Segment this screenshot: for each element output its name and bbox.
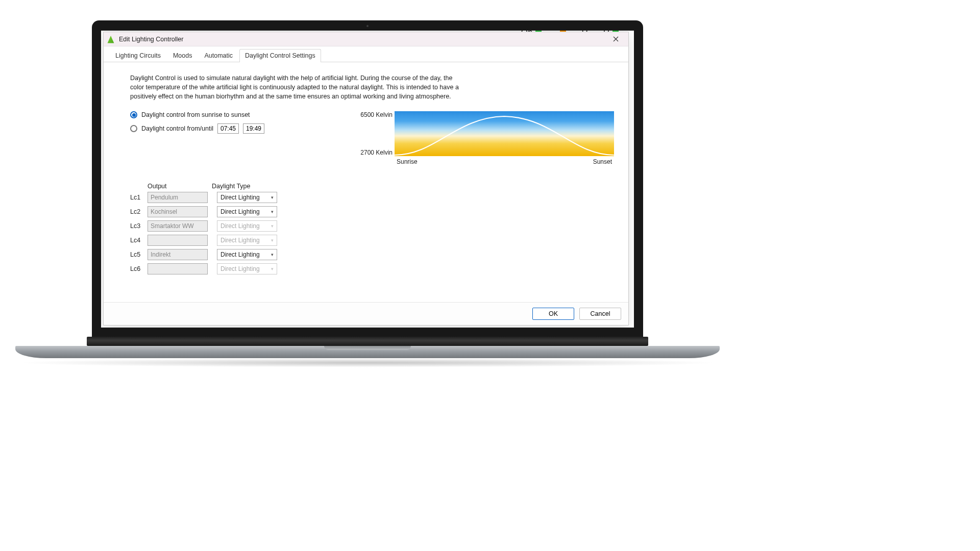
laptop-notch (324, 346, 411, 350)
time-from-input[interactable] (217, 123, 239, 134)
app-icon (107, 35, 115, 43)
output-row: Lc3Direct Lighting▾ (130, 220, 614, 232)
output-row: Lc4Direct Lighting▾ (130, 235, 614, 246)
outputs-table: Output Daylight Type Lc1Direct Lighting▾… (130, 183, 614, 274)
chart-y-labels: 6500 Kelvin 2700 Kelvin (358, 111, 393, 156)
chevron-down-icon: ▾ (271, 223, 274, 229)
edit-lighting-controller-dialog: Edit Lighting Controller Lighting Circui… (103, 32, 629, 325)
tab-lighting-circuits[interactable]: Lighting Circuits (110, 49, 166, 62)
chevron-down-icon: ▾ (271, 209, 274, 214)
radio-from-until-label: Daylight control from/until (141, 125, 213, 132)
kelvin-chart (395, 111, 614, 156)
description-text: Daylight Control is used to simulate nat… (130, 73, 462, 101)
output-row: Lc6Direct Lighting▾ (130, 263, 614, 274)
kelvin-chart-wrap: 6500 Kelvin 2700 Kelvin Sunrise Sunset (395, 111, 614, 165)
radio-sunrise-sunset-label: Daylight control from sunrise to sunset (141, 111, 250, 118)
laptop-camera (366, 25, 369, 27)
chart-top-label: 6500 Kelvin (360, 111, 393, 118)
daylight-mode-radio-group: Daylight control from sunrise to sunset … (130, 111, 264, 165)
output-row-label: Lc4 (130, 237, 148, 244)
chart-x-labels: Sunrise Sunset (395, 158, 614, 165)
daylight-type-select: Direct Lighting▾ (217, 220, 277, 232)
cancel-button[interactable]: Cancel (579, 308, 621, 320)
chart-x-end: Sunset (593, 158, 612, 165)
laptop-hinge (87, 337, 648, 346)
daylight-type-value: Direct Lighting (220, 265, 260, 272)
output-name-input[interactable] (148, 220, 208, 232)
chevron-down-icon: ▾ (271, 238, 274, 243)
output-row-label: Lc1 (130, 194, 148, 201)
daylight-type-value: Direct Lighting (220, 194, 260, 201)
dialog-titlebar: Edit Lighting Controller (104, 32, 628, 46)
tab-daylight-control-settings[interactable]: Daylight Control Settings (239, 49, 321, 62)
laptop-base (15, 346, 720, 358)
laptop-shadow (15, 358, 720, 367)
daylight-type-select[interactable]: Direct Lighting▾ (217, 206, 277, 217)
daylight-type-select[interactable]: Direct Lighting▾ (217, 249, 277, 260)
output-row-label: Lc3 (130, 222, 148, 230)
chart-x-start: Sunrise (397, 158, 418, 165)
output-name-input[interactable] (148, 263, 208, 274)
chevron-down-icon: ▾ (271, 252, 274, 257)
laptop-bezel: On R R Edit Lighting Controller Light (92, 20, 643, 337)
output-row-label: Lc6 (130, 265, 148, 272)
output-name-input[interactable] (148, 249, 208, 260)
tab-moods[interactable]: Moods (167, 49, 198, 62)
chart-bottom-label: 2700 Kelvin (360, 149, 393, 156)
output-row-label: Lc2 (130, 208, 148, 215)
daylight-type-select: Direct Lighting▾ (217, 235, 277, 246)
output-row-label: Lc5 (130, 251, 148, 258)
output-name-input[interactable] (148, 235, 208, 246)
chevron-down-icon: ▾ (271, 266, 274, 271)
daylight-type-value: Direct Lighting (220, 222, 260, 230)
tab-automatic[interactable]: Automatic (199, 49, 238, 62)
header-output: Output (148, 183, 212, 190)
dialog-footer: OK Cancel (104, 302, 628, 325)
daylight-type-value: Direct Lighting (220, 237, 260, 244)
dialog-title: Edit Lighting Controller (119, 36, 183, 43)
kelvin-curve (395, 111, 614, 156)
tab-bar: Lighting Circuits Moods Automatic Daylig… (104, 46, 628, 62)
close-icon (613, 36, 619, 42)
output-row: Lc2Direct Lighting▾ (130, 206, 614, 217)
laptop-screen: On R R Edit Lighting Controller Light (101, 31, 634, 328)
radio-from-until[interactable] (130, 125, 137, 132)
settings-middle-row: Daylight control from sunrise to sunset … (118, 111, 614, 165)
ok-button[interactable]: OK (532, 308, 574, 320)
daylight-type-value: Direct Lighting (220, 251, 260, 258)
laptop-frame: On R R Edit Lighting Controller Light (92, 20, 643, 378)
daylight-type-value: Direct Lighting (220, 208, 260, 215)
outputs-header: Output Daylight Type (130, 183, 614, 190)
time-until-input[interactable] (243, 123, 264, 134)
output-row: Lc5Direct Lighting▾ (130, 249, 614, 260)
output-name-input[interactable] (148, 206, 208, 217)
dialog-content: Daylight Control is used to simulate nat… (109, 64, 623, 302)
chevron-down-icon: ▾ (271, 195, 274, 200)
output-row: Lc1Direct Lighting▾ (130, 192, 614, 203)
output-name-input[interactable] (148, 192, 208, 203)
daylight-type-select: Direct Lighting▾ (217, 263, 277, 274)
daylight-type-select[interactable]: Direct Lighting▾ (217, 192, 277, 203)
header-daylight-type: Daylight Type (212, 183, 273, 190)
radio-sunrise-sunset[interactable] (130, 111, 137, 118)
close-button[interactable] (606, 32, 625, 46)
